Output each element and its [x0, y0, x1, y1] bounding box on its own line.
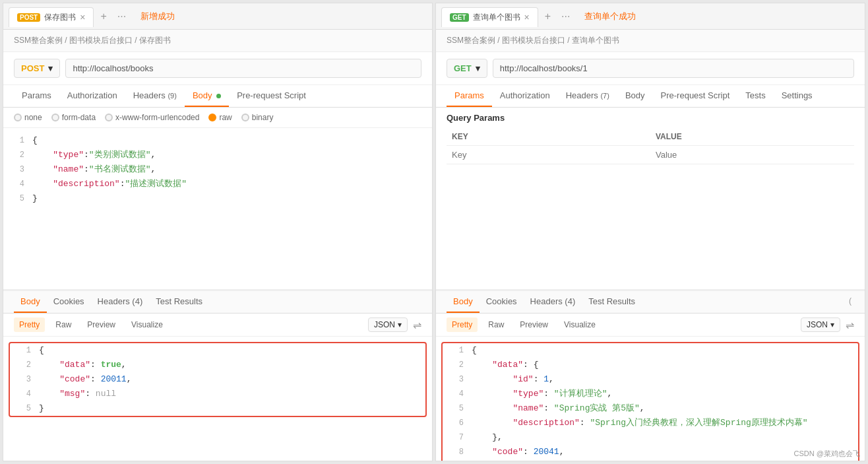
right-tab-bar: GET 查询单个图书 × + ··· 查询单个成功: [436, 3, 865, 30]
right-format-label: JSON: [807, 320, 828, 329]
left-method-badge: POST: [17, 13, 40, 22]
right-panel: GET 查询单个图书 × + ··· 查询单个成功 SSM整合案例 / 图书模块…: [435, 3, 865, 461]
left-nav-tab-prescript[interactable]: Pre-request Script: [229, 85, 314, 107]
left-tab-item[interactable]: POST 保存图书 ×: [9, 7, 94, 27]
left-format-chevron: ▾: [398, 320, 402, 329]
left-radio-none[interactable]: none: [14, 113, 42, 122]
left-request-body[interactable]: 1 { 2 "type":"类别测试数据", 3 "name":"书名测试数据"…: [3, 128, 432, 289]
right-response-box: 1 { 2 "data": { 3 "id": 1,: [441, 342, 859, 461]
right-method-chevron: ▾: [476, 63, 480, 73]
right-resp-tab-testresults[interactable]: Test Results: [582, 291, 642, 313]
resp-line-5: 5 }: [10, 401, 425, 416]
right-resp-tab-headers[interactable]: Headers (4): [524, 291, 582, 313]
left-method-select[interactable]: POST ▾: [14, 59, 60, 78]
right-resp-line-1: 1 {: [443, 343, 858, 358]
right-response-tabs: Body Cookies Headers (4) Test Results (: [436, 291, 865, 314]
left-wrap-icon[interactable]: ⇌: [413, 319, 421, 331]
right-nav-tab-prescript[interactable]: Pre-request Script: [653, 85, 738, 107]
right-tab-plus[interactable]: +: [541, 11, 555, 22]
left-tab-close[interactable]: ×: [80, 13, 85, 22]
right-tab-item[interactable]: GET 查询单个图书 ×: [441, 7, 538, 27]
right-resp-tab-body[interactable]: Body: [447, 291, 480, 313]
right-resp-tab-cookies[interactable]: Cookies: [480, 291, 524, 313]
resp-line-1: 1 {: [10, 343, 425, 358]
right-resp-line-5: 5 "name": "Spring实战 第5版",: [443, 401, 858, 416]
params-value-input[interactable]: [656, 150, 849, 160]
left-fmt-preview[interactable]: Preview: [82, 317, 121, 332]
right-method-select[interactable]: GET ▾: [447, 59, 487, 78]
left-format-bar: Pretty Raw Preview Visualize JSON ▾ ⇌: [3, 314, 432, 337]
left-tab-plus[interactable]: +: [96, 11, 110, 22]
right-nav-tab-settings[interactable]: Settings: [774, 85, 821, 107]
right-nav-tabs: Params Authorization Headers (7) Body Pr…: [436, 85, 865, 108]
left-radio-raw[interactable]: raw: [208, 113, 232, 122]
query-params-title: Query Params: [447, 113, 854, 123]
right-nav-tab-authorization[interactable]: Authorization: [492, 85, 558, 107]
watermark: CSDN @菜鸡也会飞: [794, 449, 860, 459]
left-response-section: Body Cookies Headers (4) Test Results Pr…: [3, 289, 432, 461]
right-nav-tab-body[interactable]: Body: [617, 85, 653, 107]
params-key-input[interactable]: [452, 150, 645, 160]
code-line-5: 5 }: [3, 191, 432, 206]
left-url-input[interactable]: [65, 59, 421, 78]
params-row: [447, 146, 854, 164]
right-tab-title: 查询单个图书: [473, 12, 520, 23]
left-nav-tabs: Params Authorization Headers (9) Body Pr…: [3, 85, 432, 108]
right-wrap-icon[interactable]: ⇌: [846, 319, 854, 331]
right-method-badge: GET: [450, 13, 469, 22]
right-nav-tab-params[interactable]: Params: [447, 85, 492, 107]
left-nav-tab-headers[interactable]: Headers (9): [125, 85, 185, 107]
left-panel: POST 保存图书 × + ··· 新增成功 SSM整合案例 / 图书模块后台接…: [3, 3, 433, 461]
right-fmt-preview[interactable]: Preview: [514, 317, 553, 332]
code-line-1: 1 {: [3, 133, 432, 148]
col-value: VALUE: [650, 128, 854, 146]
left-fmt-visualize[interactable]: Visualize: [126, 317, 168, 332]
left-response-code: 1 { 2 "data": true, 3 "code": 20011,: [3, 337, 432, 461]
right-fmt-visualize[interactable]: Visualize: [559, 317, 601, 332]
resp-line-2: 2 "data": true,: [10, 358, 425, 372]
right-nav-tab-tests[interactable]: Tests: [737, 85, 773, 107]
right-format-chevron: ▾: [830, 320, 834, 329]
left-breadcrumb: SSM整合案例 / 图书模块后台接口 / 保存图书: [3, 30, 432, 52]
right-response-section: Body Cookies Headers (4) Test Results ( …: [436, 289, 865, 461]
left-radio-formdata[interactable]: form-data: [51, 113, 96, 122]
left-format-select[interactable]: JSON ▾: [368, 317, 408, 332]
right-tab-dots[interactable]: ···: [557, 11, 574, 22]
resp-line-3: 3 "code": 20011,: [10, 372, 425, 387]
params-table: KEY VALUE: [447, 128, 854, 164]
left-resp-tab-testresults[interactable]: Test Results: [149, 291, 209, 313]
right-fmt-pretty[interactable]: Pretty: [447, 317, 478, 332]
left-fmt-raw[interactable]: Raw: [50, 317, 77, 332]
left-resp-tab-headers[interactable]: Headers (4): [91, 291, 150, 313]
right-resp-line-7: 7 },: [443, 430, 858, 445]
left-resp-tab-body[interactable]: Body: [14, 291, 47, 313]
left-tab-dots[interactable]: ···: [113, 11, 130, 22]
left-fmt-pretty[interactable]: Pretty: [14, 317, 45, 332]
right-resp-line-3: 3 "id": 1,: [443, 372, 858, 387]
left-method-chevron: ▾: [48, 63, 53, 73]
left-radio-dot-raw: [208, 114, 216, 121]
left-response-tabs: Body Cookies Headers (4) Test Results: [3, 291, 432, 314]
left-radio-urlencoded[interactable]: x-www-form-urlencoded: [105, 113, 199, 122]
left-radio-dot-urlencoded: [105, 114, 113, 121]
left-radio-dot-binary: [241, 114, 249, 121]
left-resp-tab-cookies[interactable]: Cookies: [47, 291, 91, 313]
resp-line-4: 4 "msg": null: [10, 387, 425, 401]
left-nav-tab-params[interactable]: Params: [14, 85, 59, 107]
left-radio-binary[interactable]: binary: [241, 113, 274, 122]
right-resp-line-9: 9 "msg": "": [443, 459, 858, 461]
left-response-box: 1 { 2 "data": true, 3 "code": 20011,: [9, 342, 427, 417]
left-nav-tab-body[interactable]: Body: [185, 85, 229, 107]
right-nav-tab-headers[interactable]: Headers (7): [558, 85, 617, 107]
right-url-bar: GET ▾: [436, 52, 865, 85]
right-resp-line-2: 2 "data": {: [443, 358, 858, 372]
right-format-select[interactable]: JSON ▾: [801, 317, 840, 332]
left-nav-tab-authorization[interactable]: Authorization: [59, 85, 125, 107]
right-tab-close[interactable]: ×: [524, 13, 530, 22]
left-radio-dot-formdata: [51, 114, 59, 121]
left-method-text: POST: [21, 63, 44, 73]
right-tab-success: 查询单个成功: [584, 11, 636, 22]
right-fmt-raw[interactable]: Raw: [483, 317, 509, 332]
right-url-input[interactable]: [493, 59, 854, 78]
col-key: KEY: [447, 128, 650, 146]
